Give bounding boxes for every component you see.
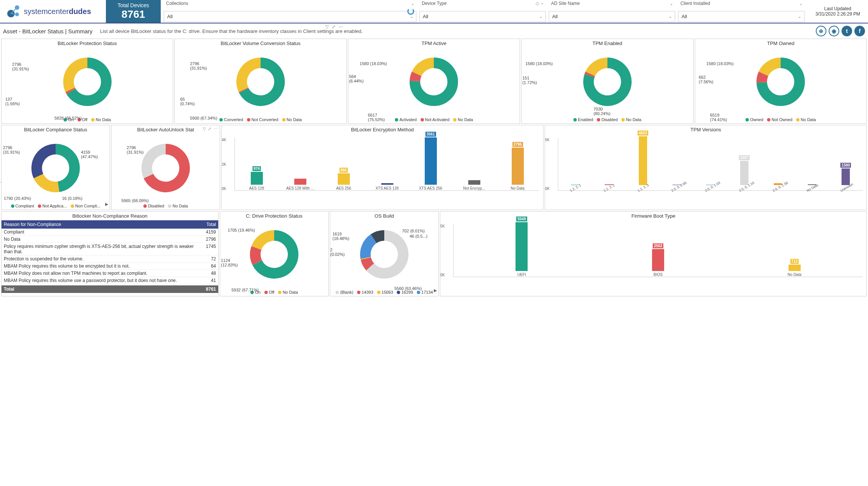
table-row[interactable]: No Data2796 xyxy=(2,236,218,243)
legend-dot-icon xyxy=(282,118,286,122)
filter-icon[interactable]: ▽ xyxy=(203,126,206,131)
bar-item[interactable]: 22872.0, 0, 1.16 xyxy=(729,161,759,190)
more-icon[interactable]: ⋯ xyxy=(214,126,218,131)
bar-item[interactable]: AES 128 With ... xyxy=(280,179,320,190)
legend-item[interactable]: Not Activated xyxy=(421,117,450,122)
legend-item[interactable]: Not Applica... xyxy=(38,204,67,208)
legend-item[interactable]: No Data xyxy=(91,117,111,122)
filter-collections-select[interactable]: All⌄ xyxy=(164,11,416,22)
legend-item[interactable]: No Data xyxy=(796,117,816,122)
legend-item[interactable]: Owned xyxy=(745,117,763,122)
donut-card[interactable]: ▽⤢⋯ BitLocker AutoUnlock Stat 2796(31.91… xyxy=(111,125,220,210)
table-row[interactable]: Volume has a TPM protector but the TPM i… xyxy=(2,284,218,285)
focus-icon[interactable]: ⤢ xyxy=(208,126,211,131)
bar-item[interactable]: 2.0, 0, 0.99 xyxy=(661,185,691,190)
donut-card[interactable]: TPM Enabled 1580 (18.03%)151(1.72%)7030(… xyxy=(521,39,693,124)
focus-icon[interactable]: ⤢ xyxy=(332,24,335,30)
legend-item[interactable]: Activated xyxy=(395,117,416,122)
facebook-icon[interactable]: f xyxy=(854,26,865,36)
table-body[interactable]: Compliant4159No Data2796Policy requires … xyxy=(2,229,218,285)
bar-card[interactable]: BitLocker Encryption Method 4K2K0K974AES… xyxy=(221,125,543,210)
legend-item[interactable]: Off xyxy=(264,290,274,294)
table-row[interactable]: Compliant4159 xyxy=(2,229,218,236)
twitter-icon[interactable]: t xyxy=(842,26,852,36)
table-row[interactable]: Policy requires minimum cypher strength … xyxy=(2,243,218,255)
legend-item[interactable]: Converted xyxy=(219,117,243,122)
chevron-down-icon[interactable]: ⌄ xyxy=(540,1,543,6)
legend-item[interactable]: (Blank) xyxy=(335,290,353,294)
donut-card[interactable]: BitLocker Compliance Status 2796(31.91%)… xyxy=(1,125,110,210)
legend-item[interactable]: Disabled xyxy=(597,117,618,122)
legend-scroll-right[interactable]: ▶ xyxy=(434,288,437,293)
legend-item[interactable]: Non Compli... xyxy=(71,204,101,208)
chevron-down-icon[interactable]: ⌄ xyxy=(539,14,542,19)
bar-card[interactable]: Firmware Boot Type 5K0K5549UEFI2502BIOS7… xyxy=(440,211,867,296)
donut-card[interactable]: C: Drive Protection Status 1705 (19.46%)… xyxy=(220,211,329,296)
profile-icon[interactable]: ◉ xyxy=(829,26,839,36)
brand-logo: systemcenterdudes xyxy=(0,0,106,23)
chart-annotation: 16 (0.18%) xyxy=(62,196,82,201)
bar-item[interactable]: 2.0, 0, 1.03 xyxy=(696,185,725,190)
eraser-icon[interactable]: ◇ xyxy=(536,1,539,6)
donut-card[interactable]: OS Build 1619(18.48%)702 (8.01%)46 (0.5.… xyxy=(330,211,439,296)
bar-item[interactable]: 2502BIOS xyxy=(592,249,725,277)
charts-row-3: Bitlocker Non-Compliance Reason Reason f… xyxy=(0,211,868,298)
legend-item[interactable]: 14393 xyxy=(357,290,373,294)
chart-annotation: 6519(74.41%) xyxy=(710,113,727,122)
filter-icon[interactable]: ▽ xyxy=(325,24,329,30)
filter-client-select[interactable]: All⌄ xyxy=(678,11,804,22)
legend-item[interactable]: No Data xyxy=(453,117,473,122)
table-row[interactable]: MBAM Policy requires this volume use a p… xyxy=(2,277,218,284)
chevron-down-icon[interactable]: ⌄ xyxy=(669,14,672,19)
legend-item[interactable]: No Data xyxy=(621,117,641,122)
bar-item[interactable]: 2796No Data xyxy=(498,148,537,190)
filter-devicetype-select[interactable]: All⌄ xyxy=(419,11,546,22)
legend-item[interactable]: Compliant xyxy=(11,204,34,208)
bar-item[interactable]: 2.0, 0, 1.38 xyxy=(763,183,793,190)
legend-item[interactable]: Not Converted xyxy=(247,117,278,122)
donut-card[interactable]: TPM Active 1580 (18.03%)564(6.44%)6617(7… xyxy=(348,39,520,124)
chevron-down-icon[interactable]: ⌄ xyxy=(410,14,413,19)
legend-item[interactable]: 15063 xyxy=(377,290,393,294)
table-row[interactable]: MBAM Policy does not allow non TPM machi… xyxy=(2,270,218,277)
bar-card[interactable]: TPM Versions 5K0K1.2, 2, 11.2, 2, 246031… xyxy=(545,125,867,210)
bar-item[interactable]: 1.2, 2, 2 xyxy=(594,184,624,190)
bar-item[interactable]: 5549UEFI xyxy=(455,222,588,277)
legend-item[interactable]: No Data xyxy=(282,117,302,122)
more-icon[interactable]: ⋯ xyxy=(339,24,343,30)
legend-item[interactable]: No Data xyxy=(278,290,298,294)
table-header[interactable]: Reason for Non-ComplianceTotal xyxy=(2,220,218,229)
legend-dot-icon xyxy=(796,118,800,122)
charts-row-1: BitLocker Protection Status 2796(31.91%)… xyxy=(0,39,868,124)
website-icon[interactable]: ⊕ xyxy=(816,26,826,36)
bar-item[interactable]: 1.2, 2, 1 xyxy=(560,185,590,190)
donut-card[interactable]: TPM Owned 1580 (18.03%)662(7.56%)6519(74… xyxy=(695,39,867,124)
legend-dot-icon xyxy=(621,118,625,122)
legend-item[interactable]: Disabled xyxy=(143,204,164,208)
chart-annotation: 2(0.02%) xyxy=(330,248,345,257)
bar-item[interactable]: XTS AES 128 xyxy=(367,183,407,190)
legend-item[interactable]: Not Owned xyxy=(767,117,792,122)
bar-item[interactable]: 3561XTS AES 256 xyxy=(411,137,450,190)
bar-item[interactable]: No Data xyxy=(797,184,827,190)
donut-card[interactable]: BitLocker Volume Conversion Status 2796(… xyxy=(174,39,346,124)
legend-scroll-right[interactable]: ▶ xyxy=(105,202,108,207)
chevron-down-icon[interactable]: ⌄ xyxy=(798,14,801,19)
filter-adsite-select[interactable]: All⌄ xyxy=(549,11,675,22)
chevron-down-icon[interactable]: ⌄ xyxy=(670,2,673,6)
card-title: C: Drive Protection Status xyxy=(220,212,328,220)
bar-item[interactable]: 974AES 128 xyxy=(237,172,276,190)
table-row[interactable]: MBAM Policy requires this volume to be e… xyxy=(2,263,218,270)
table-row[interactable]: Protection is suspended for the volume.7… xyxy=(2,255,218,263)
legend-item[interactable]: Enabled xyxy=(573,117,593,122)
last-updated-value: 3/31/2020 2:26:29 PM xyxy=(815,11,860,17)
bar-item[interactable]: 712No Data xyxy=(728,265,861,277)
chevron-down-icon[interactable]: ⌄ xyxy=(411,2,414,6)
bar-item[interactable]: 866AES 256 xyxy=(324,173,363,190)
bar-item[interactable]: 1580Unknown xyxy=(831,168,861,190)
legend-item[interactable]: No Data xyxy=(168,204,188,208)
donut-card[interactable]: BitLocker Protection Status 2796(31.91%)… xyxy=(1,39,173,124)
bar-item[interactable]: 46031.2, 2, 3 xyxy=(628,136,658,190)
chevron-down-icon[interactable]: ⌄ xyxy=(799,2,802,6)
bar-item[interactable]: Not Encryp... xyxy=(454,180,494,190)
